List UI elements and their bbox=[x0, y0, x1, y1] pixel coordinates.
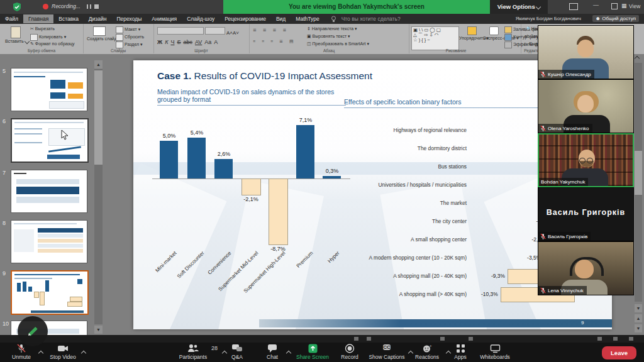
thumbnail-slide-8[interactable] bbox=[11, 220, 87, 263]
thumbnail-number: 10 bbox=[3, 321, 9, 327]
menu-tab[interactable]: Рецензирование bbox=[219, 14, 271, 23]
participant-tile[interactable]: Кушнір Олександр bbox=[538, 25, 634, 79]
participant-tile-active-speaker[interactable]: Bohdan Yakymchuk bbox=[538, 133, 634, 187]
qa-button[interactable]: Q&A bbox=[224, 344, 250, 360]
leave-button[interactable]: Leave bbox=[602, 346, 636, 359]
shapes-gallery[interactable]: ▣\\▭◯▢△⌒⇨⇩◠☆){}~ bbox=[411, 26, 459, 50]
list-buttons[interactable]: ≣ ≣ ≣ ≣ bbox=[253, 28, 289, 33]
share-button[interactable]: ☻ Общий доступ bbox=[592, 15, 639, 22]
align-text-button[interactable]: ▣ Выровнять текст ▾ bbox=[307, 34, 350, 39]
pip-icon[interactable] bbox=[569, 3, 578, 10]
reactions-button[interactable]: + Reactions bbox=[410, 344, 444, 360]
pause-recording-icon[interactable] bbox=[87, 4, 91, 9]
menu-tab[interactable]: Анимация bbox=[147, 14, 182, 23]
bar-value-label: 5,4% bbox=[182, 129, 211, 136]
participant-name-label: Кушнір Олександр bbox=[538, 70, 594, 79]
stop-video-button[interactable]: Stop Video bbox=[45, 344, 80, 360]
font-format-button[interactable]: abc bbox=[183, 39, 192, 45]
smartart-button[interactable]: ◫ Преобразовать в SmartArt ▾ bbox=[307, 41, 369, 47]
font-format-button[interactable]: A bbox=[214, 39, 218, 45]
new-slide-button[interactable]: Создать слайд ▾ bbox=[87, 26, 112, 41]
format-painter-button[interactable]: ✎ Формат по образцу bbox=[30, 41, 75, 47]
font-format-button[interactable]: AV bbox=[195, 39, 202, 45]
paste-button[interactable]: Вставить bbox=[5, 26, 26, 43]
previous-slide-button[interactable]: ▲ bbox=[635, 314, 642, 322]
taskbar-tray-icon[interactable] bbox=[613, 337, 618, 341]
participant-tile-camera-off[interactable]: Василь Григорків Василь Григорків bbox=[538, 187, 634, 241]
thumbnail-slide-5[interactable] bbox=[11, 68, 87, 111]
factor-row-label: A shopping mall (> 40K sqm) bbox=[247, 291, 467, 297]
stop-recording-icon[interactable] bbox=[94, 4, 99, 9]
view-options-button[interactable]: View Options bbox=[490, 0, 548, 14]
quick-styles-button[interactable]: Экспресс-стили ▾ bbox=[483, 26, 504, 41]
thumbnail-slide-7[interactable] bbox=[11, 170, 87, 213]
participant-tile[interactable]: Lena Vinnychuk bbox=[538, 241, 634, 295]
font-name-select[interactable] bbox=[157, 27, 204, 35]
factor-row-label: A modern shopping center (10 - 20K sqm) bbox=[247, 255, 467, 261]
paragraph-group: ≣ ≣ ≣ ≣ ≡ ≡ ≡ ≣ ▤ ⇕ Направление текста ▾… bbox=[249, 24, 409, 53]
thumbnail-slide-9-current[interactable] bbox=[11, 270, 89, 315]
windows-taskbar bbox=[0, 335, 644, 343]
scroll-down-button[interactable]: ▼ bbox=[635, 304, 642, 312]
collapse-ribbon-chevron[interactable] bbox=[635, 55, 639, 61]
share-screen-button[interactable]: Share Screen bbox=[293, 344, 332, 360]
menu-tab[interactable]: Главная bbox=[23, 14, 53, 23]
taskbar-icon[interactable] bbox=[354, 337, 358, 341]
reset-icon bbox=[116, 34, 123, 41]
taskbar-icon[interactable] bbox=[367, 337, 371, 341]
align-buttons[interactable]: ≡ ≡ ≡ ≣ ▤ bbox=[253, 39, 296, 44]
factor-row-label: The city center bbox=[247, 218, 467, 224]
video-options-caret[interactable] bbox=[82, 347, 86, 358]
factor-row-label: A shopping mall (20 - 40K sqm) bbox=[247, 273, 467, 279]
copy-button[interactable]: Копировать ▾ bbox=[30, 34, 66, 41]
menu-tab[interactable]: Вид bbox=[271, 14, 291, 23]
restore-button[interactable] bbox=[611, 3, 618, 9]
font-format-button[interactable]: Aa bbox=[204, 39, 211, 45]
new-slide-icon bbox=[93, 26, 106, 36]
font-format-button[interactable]: Ж bbox=[157, 39, 162, 45]
grow-font-icon[interactable]: A˄ bbox=[226, 30, 233, 36]
chat-button[interactable]: Chat bbox=[259, 344, 286, 360]
arrange-button[interactable]: Упорядочить ▾ bbox=[459, 26, 484, 41]
thumbnails-scroll-up-button[interactable]: ▲ bbox=[94, 60, 103, 69]
grid-view-icon: ▦ bbox=[621, 3, 627, 9]
menu-tab[interactable]: Слайд-шоу bbox=[182, 14, 219, 23]
font-format-button[interactable]: К bbox=[165, 39, 168, 45]
font-size-select[interactable] bbox=[205, 27, 225, 35]
cut-button[interactable]: ✂ Вырезать bbox=[30, 26, 55, 31]
participant-tile[interactable]: Olena Yaroshenko bbox=[538, 79, 634, 133]
main-scrollbar-thumb[interactable] bbox=[635, 151, 642, 195]
audio-options-caret[interactable] bbox=[39, 347, 43, 358]
taskbar-icon[interactable] bbox=[440, 337, 445, 341]
layout-button[interactable]: Макет ▾ bbox=[116, 26, 140, 33]
minimize-button[interactable]: — bbox=[593, 2, 599, 8]
taskbar-tray-icon[interactable] bbox=[597, 337, 602, 341]
menu-tab[interactable]: Файл bbox=[0, 14, 23, 23]
thumbnails-scroll-down-button[interactable]: ▼ bbox=[94, 326, 103, 334]
record-button[interactable]: Record bbox=[336, 344, 364, 360]
text-direction-button[interactable]: ⇕ Направление текста ▾ bbox=[307, 26, 357, 31]
participants-button[interactable]: Participants bbox=[175, 344, 211, 360]
menu-tab[interactable]: Дизайн bbox=[84, 14, 112, 23]
menu-tab[interactable]: Вставка bbox=[53, 14, 84, 23]
thumbnail-slide-6[interactable] bbox=[11, 118, 89, 163]
font-format-button[interactable]: S bbox=[177, 39, 180, 45]
whiteboards-button[interactable]: Whiteboards bbox=[474, 344, 516, 360]
chat-options-caret[interactable] bbox=[287, 347, 291, 358]
tell-me-search[interactable]: Что вы хотите сделать? bbox=[341, 16, 401, 22]
reset-button[interactable]: Сбросить bbox=[116, 34, 144, 41]
section-button[interactable]: Раздел ▾ bbox=[116, 41, 143, 48]
view-button[interactable]: View bbox=[629, 3, 640, 9]
show-captions-button[interactable]: CC Show Captions bbox=[366, 344, 408, 360]
font-format-button[interactable]: Ч bbox=[170, 39, 174, 45]
apps-button[interactable]: Apps bbox=[448, 344, 473, 360]
security-shield-icon[interactable] bbox=[12, 2, 22, 12]
thumbnails-scrollbar-thumb[interactable] bbox=[94, 70, 103, 165]
shrink-font-icon[interactable]: A˅ bbox=[233, 30, 239, 36]
annotation-tool-button[interactable] bbox=[18, 316, 48, 346]
menu-tab[interactable]: Переходы bbox=[111, 14, 147, 23]
taskbar-tray-icon[interactable] bbox=[629, 337, 633, 341]
next-slide-button[interactable]: ▼ bbox=[635, 324, 642, 332]
menu-tab[interactable]: MathType bbox=[291, 14, 324, 23]
taskbar-icon[interactable] bbox=[469, 337, 473, 341]
